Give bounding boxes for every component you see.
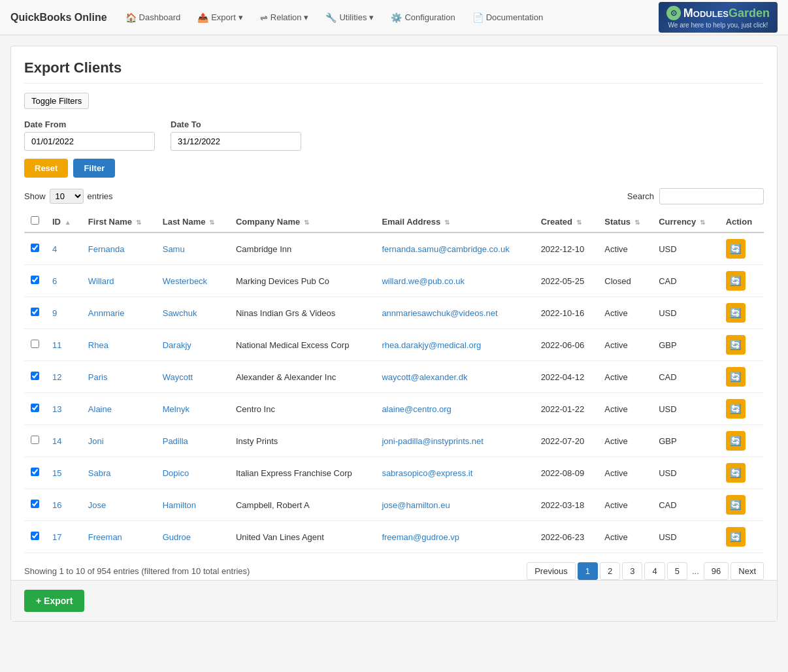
row-first-name-link[interactable]: Rhea	[88, 340, 108, 350]
nav-configuration[interactable]: ⚙️ Configuration	[384, 8, 461, 27]
pagination-page-2[interactable]: 2	[600, 562, 620, 580]
row-last-name-link[interactable]: Westerbeck	[163, 276, 207, 286]
row-email-link[interactable]: freeman@gudroe.vp	[382, 532, 459, 542]
row-action-button[interactable]: 🔄	[726, 431, 746, 451]
row-checkbox[interactable]	[31, 468, 39, 476]
row-id-link[interactable]: 17	[52, 532, 61, 542]
row-action-button[interactable]: 🔄	[726, 463, 746, 483]
pagination-next[interactable]: Next	[731, 562, 764, 580]
row-action-button[interactable]: 🔄	[726, 271, 746, 291]
row-checkbox[interactable]	[31, 532, 39, 540]
row-first-name-link[interactable]: Alaine	[88, 404, 112, 414]
row-id-link[interactable]: 11	[52, 340, 61, 350]
row-checkbox[interactable]	[31, 244, 39, 252]
row-first-name-link[interactable]: Sabra	[88, 468, 111, 478]
pagination-previous[interactable]: Previous	[527, 562, 576, 580]
search-input[interactable]	[659, 188, 764, 204]
select-all-checkbox[interactable]	[31, 216, 39, 225]
row-checkbox[interactable]	[31, 436, 39, 444]
row-checkbox[interactable]	[31, 404, 39, 412]
row-action-button[interactable]: 🔄	[726, 303, 746, 323]
header-first-name[interactable]: First Name ⇅	[82, 211, 156, 232]
row-last-name: Hamilton	[156, 489, 229, 521]
row-last-name-link[interactable]: Dopico	[163, 468, 189, 478]
row-checkbox[interactable]	[31, 340, 39, 348]
nav-export[interactable]: 📤 Export ▾	[191, 8, 250, 27]
row-action-button[interactable]: 🔄	[726, 495, 746, 515]
row-id-link[interactable]: 4	[52, 244, 57, 254]
row-email-link[interactable]: willard.we@pub.co.uk	[382, 276, 465, 286]
row-last-name-link[interactable]: Gudroe	[163, 532, 191, 542]
row-id-link[interactable]: 6	[52, 276, 57, 286]
page-title: Export Clients	[24, 59, 764, 84]
show-select[interactable]: 10 25 50 100	[50, 189, 84, 204]
date-to-input[interactable]	[171, 132, 301, 151]
row-action-cell: 🔄	[719, 489, 764, 521]
row-email-link[interactable]: waycott@alexander.dk	[382, 372, 467, 382]
header-id[interactable]: ID ▲	[46, 211, 82, 232]
pagination-page-5[interactable]: 5	[667, 562, 687, 580]
row-action-button[interactable]: 🔄	[726, 367, 746, 387]
row-action-button[interactable]: 🔄	[726, 335, 746, 355]
row-first-name-link[interactable]: Annmarie	[88, 308, 125, 318]
reset-button[interactable]: Reset	[24, 159, 68, 178]
row-email-link[interactable]: joni-padilla@instyprints.net	[382, 436, 484, 446]
row-first-name-link[interactable]: Fernanda	[88, 244, 125, 254]
row-last-name-link[interactable]: Waycott	[163, 372, 193, 382]
table-row: 14JoniPadillaInsty Printsjoni-padilla@in…	[24, 425, 764, 457]
row-email-link[interactable]: annmariesawchuk@videos.net	[382, 308, 497, 318]
header-last-name[interactable]: Last Name ⇅	[156, 211, 229, 232]
header-currency[interactable]: Currency ⇅	[652, 211, 719, 232]
row-checkbox[interactable]	[31, 276, 39, 284]
pagination-page-3[interactable]: 3	[622, 562, 642, 580]
row-last-name: Waycott	[156, 361, 229, 393]
header-company-name[interactable]: Company Name ⇅	[229, 211, 375, 232]
row-email-link[interactable]: jose@hamilton.eu	[382, 500, 450, 510]
row-id-link[interactable]: 13	[52, 404, 61, 414]
header-status[interactable]: Status ⇅	[598, 211, 652, 232]
row-last-name-link[interactable]: Sawchuk	[163, 308, 197, 318]
pagination-page-1[interactable]: 1	[578, 562, 598, 580]
row-id-link[interactable]: 9	[52, 308, 57, 318]
row-first-name-link[interactable]: Freeman	[88, 532, 122, 542]
pagination-ellipsis: ...	[689, 563, 702, 579]
nav-documentation[interactable]: 📄 Documentation	[466, 8, 550, 27]
row-checkbox[interactable]	[31, 372, 39, 380]
filter-button[interactable]: Filter	[73, 159, 115, 178]
row-checkbox[interactable]	[31, 500, 39, 508]
row-last-name-link[interactable]: Melnyk	[163, 404, 189, 414]
row-first-name-link[interactable]: Joni	[88, 436, 104, 446]
row-id-link[interactable]: 15	[52, 468, 61, 478]
nav-relation[interactable]: ⇌ Relation ▾	[254, 8, 316, 27]
row-first-name-link[interactable]: Willard	[88, 276, 114, 286]
pagination-page-96[interactable]: 96	[704, 562, 729, 580]
date-from-group: Date From	[24, 120, 155, 151]
row-email-link[interactable]: fernanda.samu@cambridge.co.uk	[382, 244, 509, 254]
header-created[interactable]: Created ⇅	[534, 211, 599, 232]
header-email-address[interactable]: Email Address ⇅	[375, 211, 534, 232]
row-last-name-link[interactable]: Padilla	[163, 436, 188, 446]
row-last-name-link[interactable]: Darakjy	[163, 340, 191, 350]
row-action-button[interactable]: 🔄	[726, 239, 746, 259]
toggle-filters-button[interactable]: Toggle Filters	[24, 93, 89, 109]
row-email-link[interactable]: alaine@centro.org	[382, 404, 451, 414]
row-first-name-link[interactable]: Jose	[88, 500, 106, 510]
header-select-all[interactable]	[24, 211, 46, 232]
row-email-link[interactable]: sabrasopico@express.it	[382, 468, 472, 478]
row-id-link[interactable]: 16	[52, 500, 61, 510]
row-first-name-link[interactable]: Paris	[88, 372, 108, 382]
row-id-link[interactable]: 14	[52, 436, 61, 446]
row-id-link[interactable]: 12	[52, 372, 61, 382]
export-button[interactable]: + Export	[24, 590, 84, 612]
nav-utilities[interactable]: 🔧 Utilities ▾	[319, 8, 380, 27]
row-last-name-link[interactable]: Samu	[163, 244, 185, 254]
row-email-link[interactable]: rhea.darakjy@medical.org	[382, 340, 481, 350]
nav-dashboard[interactable]: 🏠 Dashboard	[119, 8, 188, 27]
row-last-name-link[interactable]: Hamilton	[163, 500, 196, 510]
row-action-button[interactable]: 🔄	[726, 399, 746, 419]
row-checkbox[interactable]	[31, 308, 39, 316]
date-from-input[interactable]	[24, 132, 155, 151]
row-action-button[interactable]: 🔄	[726, 527, 746, 547]
row-id: 16	[46, 489, 82, 521]
pagination-page-4[interactable]: 4	[644, 562, 665, 580]
